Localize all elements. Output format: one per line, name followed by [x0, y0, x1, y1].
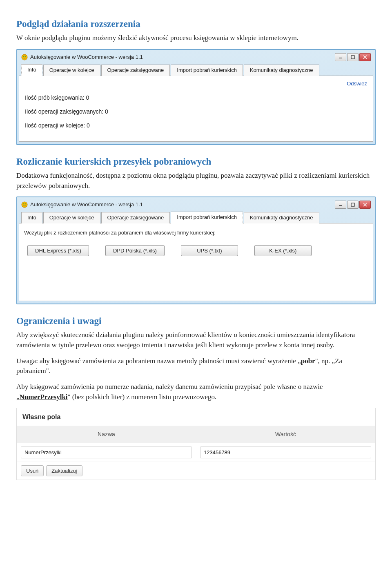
import-prompt: Wczytaj plik z rozliczeniem płatności za… [24, 229, 368, 237]
app-title: Autoksięgowanie w WooCommerce - wersja 1… [30, 54, 143, 61]
window-buttons [335, 201, 371, 209]
wp-actions: Usuń Zaktualizuj [17, 462, 375, 480]
tab-pane-info: Odśwież Ilość prób księgowania: 0 Ilość … [19, 76, 373, 142]
tab-pane-import: Wczytaj plik z rozliczeniem płatności za… [19, 223, 373, 301]
wp-custom-fields-panel: Własne pola Nazwa Wartość Usuń Zaktualiz… [16, 408, 376, 480]
stat-attempts: Ilość prób księgowania: 0 [25, 94, 367, 102]
tab-info[interactable]: Info [21, 212, 42, 223]
svg-point-1 [23, 56, 24, 57]
close-button[interactable] [359, 53, 371, 61]
button-kex[interactable]: K-EX (*.xls) [254, 245, 312, 256]
tab-posted[interactable]: Operacje zaksięgowane [101, 212, 170, 223]
app-icon [21, 201, 28, 208]
svg-point-7 [22, 202, 27, 208]
wp-header-row: Nazwa Wartość [17, 426, 375, 443]
section-text-preview: W oknie podglądu pluginu możemy śledzić … [16, 33, 376, 43]
app-title: Autoksięgowanie w WooCommerce - wersja 1… [30, 201, 143, 209]
limits-p1: Aby zwiększyć skuteczność działania plug… [16, 330, 376, 350]
limits-p3: Aby księgować zamówienia po numerze nada… [16, 382, 376, 402]
section-title-preview: Podgląd działania rozszerzenia [16, 17, 376, 31]
wp-field-row [17, 443, 375, 462]
refresh-link[interactable]: Odśwież [23, 80, 367, 88]
button-ups[interactable]: UPS (*.txt) [181, 245, 238, 256]
limits-p3-post: " (bez polskich liter) z numerem listu p… [68, 393, 217, 401]
button-dhl[interactable]: DHL Express (*.xls) [27, 245, 89, 256]
tab-info[interactable]: Info [21, 64, 42, 76]
tab-diag[interactable]: Komunikaty diagnostyczne [244, 212, 319, 223]
wp-panel-title: Własne pola [17, 408, 375, 426]
tab-import[interactable]: Import pobrań kurierskich [171, 212, 243, 223]
delete-button[interactable]: Usuń [21, 465, 44, 476]
section-title-limits: Ograniczenia i uwagi [16, 314, 376, 328]
svg-rect-11 [351, 203, 354, 206]
svg-point-0 [22, 54, 27, 60]
maximize-button[interactable] [347, 201, 359, 209]
tab-import[interactable]: Import pobrań kurierskich [171, 65, 243, 76]
limits-p2-pre: Uwaga: aby księgować zamówienia za pobra… [16, 357, 301, 365]
tab-posted[interactable]: Operacje zaksięgowane [101, 65, 170, 76]
section-text-settlement: Dodatkowa funkcjonalność, dostępna z poz… [16, 171, 376, 191]
limits-p2: Uwaga: aby księgować zamówienia za pobra… [16, 356, 376, 376]
section-title-settlement: Rozliczanie kurierskich przesyłek pobran… [16, 155, 376, 168]
minimize-button[interactable] [335, 201, 346, 209]
wp-head-value: Wartość [196, 426, 375, 442]
stat-posted: Ilość operacji zaksięgowanych: 0 [25, 107, 367, 116]
titlebar: Autoksięgowanie w WooCommerce - wersja 1… [19, 51, 373, 64]
limits-p3-bold: NumerPrzesylki [20, 393, 68, 401]
svg-rect-4 [351, 56, 354, 59]
app-window-info: Autoksięgowanie w WooCommerce - wersja 1… [16, 49, 376, 145]
window-buttons [335, 53, 371, 61]
minimize-button[interactable] [335, 53, 346, 61]
tab-queue[interactable]: Operacje w kolejce [43, 212, 100, 223]
titlebar: Autoksięgowanie w WooCommerce - wersja 1… [19, 199, 373, 211]
close-button[interactable] [359, 201, 371, 209]
app-icon [21, 54, 28, 60]
tab-queue[interactable]: Operacje w kolejce [43, 65, 100, 76]
update-button[interactable]: Zaktualizuj [46, 465, 82, 476]
field-name-input[interactable] [21, 447, 192, 458]
limits-p2-bold: pobr [301, 357, 315, 365]
wp-head-name: Nazwa [17, 426, 196, 442]
svg-point-9 [25, 203, 26, 204]
stat-queue: Ilość operacji w kolejce: 0 [25, 121, 367, 130]
svg-point-2 [25, 56, 26, 57]
svg-point-8 [23, 203, 24, 204]
field-value-input[interactable] [200, 447, 371, 458]
button-dpd[interactable]: DPD Polska (*.xls) [105, 245, 165, 256]
app-window-import: Autoksięgowanie w WooCommerce - wersja 1… [16, 196, 376, 304]
tab-row: Info Operacje w kolejce Operacje zaksięg… [19, 64, 373, 76]
tab-diag[interactable]: Komunikaty diagnostyczne [244, 65, 319, 76]
courier-button-row: DHL Express (*.xls) DPD Polska (*.xls) U… [23, 243, 369, 258]
maximize-button[interactable] [347, 53, 359, 61]
tab-row: Info Operacje w kolejce Operacje zaksięg… [19, 211, 373, 223]
